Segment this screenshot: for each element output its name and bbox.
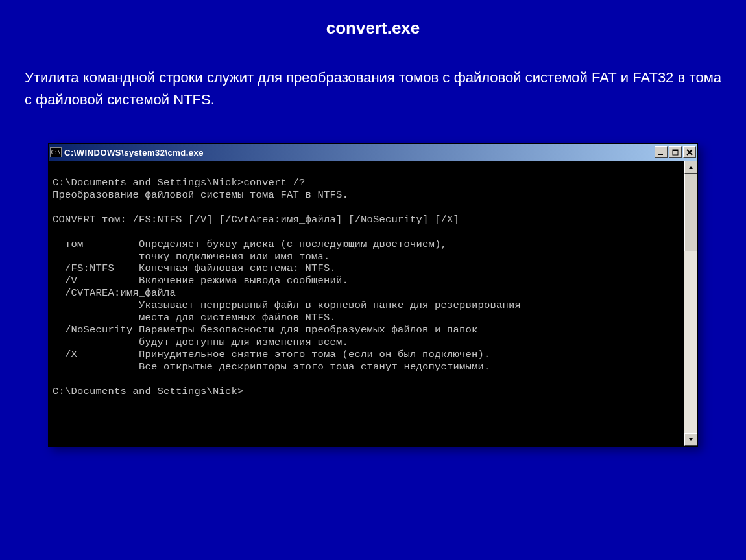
close-button[interactable] [683,146,696,158]
chevron-down-icon [688,437,693,442]
maximize-button[interactable] [669,146,682,158]
minimize-icon [658,149,664,156]
minimize-button[interactable] [655,146,668,158]
scroll-up-button[interactable] [684,161,697,174]
scrollbar-track[interactable] [684,174,697,433]
svg-rect-2 [673,150,678,151]
close-icon [686,149,693,156]
slide-description: Утилита командной строки служит для прео… [0,46,746,117]
console-output[interactable]: C:\Documents and Settings\Nick>convert /… [49,161,684,446]
window-title: C:\WINDOWS\system32\cmd.exe [64,148,655,158]
slide-title: convert.exe [0,0,746,46]
chevron-up-icon [688,165,693,170]
scroll-down-button[interactable] [684,433,697,446]
console-body: C:\Documents and Settings\Nick>convert /… [49,161,697,446]
window-buttons [655,146,696,158]
cmd-window: C:\ C:\WINDOWS\system32\cmd.exe C:\Docum… [48,143,698,447]
window-titlebar[interactable]: C:\ C:\WINDOWS\system32\cmd.exe [49,144,697,161]
maximize-icon [672,149,679,156]
cmd-icon: C:\ [50,147,62,158]
scrollbar-thumb[interactable] [684,174,697,251]
svg-rect-0 [658,154,663,155]
vertical-scrollbar[interactable] [684,161,697,446]
